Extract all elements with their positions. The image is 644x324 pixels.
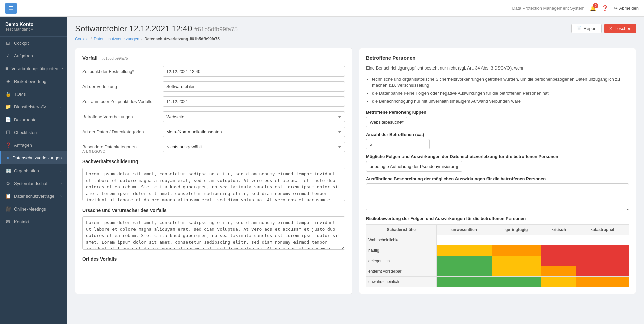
personengruppen-label: Betroffene Personengruppen: [366, 110, 629, 115]
matrix-cell: [541, 245, 576, 256]
matrix-cell: [436, 277, 492, 287]
hamburger-button[interactable]: ☰: [5, 3, 17, 14]
sidebar-item-datenschutzverletzungen[interactable]: ● Datenschutzverletzungen: [0, 151, 67, 164]
personengruppen-group: Betroffene Personengruppen Websitebesuch…: [366, 110, 629, 127]
systemlandschaft-icon: ⚙: [5, 181, 11, 186]
topbar: ☰ Data Protection Management System 🔔 2 …: [0, 0, 644, 17]
verarbeitungen-select[interactable]: Webseite: [163, 111, 345, 122]
matrix-cell: [576, 245, 629, 256]
dienstleister-icon: 📁: [5, 104, 11, 109]
page-actions: 📄 Report ✕ Löschen: [571, 24, 636, 33]
matrix-cell: [576, 266, 629, 277]
sidebar-item-dienstleister[interactable]: 📁 Dienstleister/-AV ›: [0, 100, 67, 113]
main-inner: Softwarefehler 12.12.2021 12:40 #61b5dfb…: [67, 17, 644, 301]
anzahl-label: Anzahl der Betroffenen (ca.): [366, 132, 629, 137]
delete-icon: ✕: [609, 26, 613, 31]
matrix-cell: [492, 266, 541, 277]
toms-icon: 🔒: [5, 91, 11, 97]
help-icon[interactable]: ❓: [602, 5, 608, 11]
notifications-icon[interactable]: 🔔 2: [590, 5, 596, 11]
breadcrumb-cockpit[interactable]: Cockpit: [75, 37, 89, 41]
matrix-header-unwesentlich: unwesentlich: [436, 225, 492, 235]
verarbeitungen-label: Betroffene Verarbeitungen: [82, 111, 156, 119]
zeitpunkt-input[interactable]: [163, 66, 345, 77]
art-input[interactable]: [163, 81, 345, 92]
matrix-row-label: Wahrscheinlichkeit: [366, 235, 437, 245]
folgen-select[interactable]: unbefugte Aufhebung der Pseudonymisierun…: [366, 161, 462, 172]
zeitraum-row: Zeitraum oder Zeitpunkt des Vorfalls: [82, 96, 345, 107]
zeitraum-input[interactable]: [163, 96, 345, 107]
anzahl-input[interactable]: [366, 139, 430, 149]
art-daten-group: Art der Daten / Datenkategorien Meta-/Ko…: [82, 127, 345, 137]
matrix-cell: [576, 235, 629, 245]
aufgaben-icon: ✓: [5, 53, 11, 58]
sachverhalt-wrapper: Lorem ipsum dolor sit amet, consetetur s…: [82, 168, 345, 202]
matrix-cell: [541, 266, 576, 277]
matrix-cell: [436, 256, 492, 266]
betroffene-personen-title: Betroffene Personen: [366, 55, 629, 61]
topbar-right: Data Protection Management System 🔔 2 ❓ …: [512, 5, 639, 11]
ausfuehrlich-label: Ausführliche Beschreibung der möglichen …: [366, 176, 629, 181]
sidebar: Demo Konto Test Mandant ▾ ⊞ Cockpit ✓ Au…: [0, 17, 67, 324]
chevron-icon: ›: [62, 66, 63, 71]
matrix-row: Wahrscheinlichkeit: [366, 235, 629, 245]
sidebar-item-online-meetings[interactable]: 🎥 Online-Meetings: [0, 202, 67, 215]
art-daten-label: Art der Daten / Datenkategorien: [82, 127, 156, 134]
main-content: Softwarefehler 12.12.2021 12:40 #61b5dfb…: [67, 17, 644, 324]
sachverhalt-label: Sachverhaltsschilderung: [82, 159, 345, 164]
breadcrumb-datenschutzverletzungen[interactable]: Datenschutzverletzungen: [94, 37, 139, 41]
sidebar-item-cockpit[interactable]: ⊞ Cockpit: [0, 37, 67, 49]
ursache-wrapper: Lorem ipsum dolor sit amet, consetetur s…: [82, 216, 345, 251]
report-button[interactable]: 📄 Report: [571, 24, 602, 33]
sidebar-item-datenschutzvertraege[interactable]: 📋 Datenschutzverträge ›: [0, 190, 67, 202]
page-header: Softwarefehler 12.12.2021 12:40 #61b5dfb…: [75, 24, 636, 33]
sidebar-item-verarbeitungstaetigkeiten[interactable]: ≡ Verarbeitungstätigkeiten ›: [0, 62, 67, 75]
matrix-cell: [436, 266, 492, 277]
report-icon: 📄: [576, 26, 582, 31]
matrix-row: häufig: [366, 245, 629, 256]
sachverhalt-textarea[interactable]: Lorem ipsum dolor sit amet, consetetur s…: [82, 168, 345, 201]
zeitraum-label: Zeitraum oder Zeitpunkt des Vorfalls: [82, 96, 156, 104]
layout: Demo Konto Test Mandant ▾ ⊞ Cockpit ✓ Au…: [0, 17, 644, 324]
sidebar-item-kontakt[interactable]: ✉ Kontakt: [0, 215, 67, 228]
folgen-group: Mögliche Folgen und Auswirkungen der Dat…: [366, 154, 629, 172]
personengruppen-select[interactable]: Websitebesucher: [366, 117, 407, 127]
matrix-header-row: Schadenshöhe unwesentlich geringfügig kr…: [366, 225, 629, 235]
datenschutzverletzungen-icon: ●: [6, 155, 9, 160]
betroffene-personen-card: Betroffene Personen Eine Benachrichtigun…: [359, 48, 636, 294]
checklisten-icon: ☑: [5, 130, 11, 135]
matrix-row-label: entfernt vorstellbar: [366, 266, 437, 277]
intro-text: Eine Benachrichtigungspflicht besteht nu…: [366, 65, 629, 72]
sidebar-item-risikobewertung[interactable]: ◈ Risikobewertung: [0, 75, 67, 88]
page-title: Softwarefehler 12.12.2021 12:40 #61b5dfb…: [75, 24, 238, 33]
sidebar-item-organisation[interactable]: 🏢 Organisation ›: [0, 164, 67, 177]
matrix-cell: [492, 277, 541, 287]
sidebar-item-aufgaben[interactable]: ✓ Aufgaben: [0, 49, 67, 62]
besondere-select[interactable]: Nichts ausgewählt: [163, 142, 345, 152]
ausfuehrlich-textarea[interactable]: [366, 183, 629, 210]
topbar-left: ☰: [5, 3, 17, 14]
matrix-cell: [492, 235, 541, 245]
art-daten-select[interactable]: Meta-/Kommunikationsdaten: [163, 127, 345, 137]
bullet-1: technische und organisatorische Sicherhe…: [372, 76, 629, 88]
datenschutzvertraege-icon: 📋: [5, 193, 11, 199]
sidebar-item-checklisten[interactable]: ☑ Checklisten: [0, 126, 67, 139]
matrix-header-kritisch: kritisch: [541, 225, 576, 235]
sidebar-item-systemlandschaft[interactable]: ⚙ Systemlandschaft ›: [0, 177, 67, 190]
art-label: Art der Verletzung: [82, 81, 156, 89]
matrix-cell: [436, 235, 492, 245]
matrix-cell: [541, 256, 576, 266]
sidebar-item-anfragen[interactable]: ❓ Anfragen: [0, 139, 67, 151]
matrix-cell: [576, 277, 629, 287]
ursache-textarea[interactable]: Lorem ipsum dolor sit amet, consetetur s…: [82, 216, 345, 250]
breadcrumb-current: Datenschutzverletzung #61b5dfb99fa75: [144, 37, 220, 41]
sidebar-item-dokumente[interactable]: 📄 Dokumente: [0, 113, 67, 126]
art-group: Art der Verletzung: [82, 81, 345, 92]
delete-button[interactable]: ✕ Löschen: [604, 24, 636, 33]
brand-sub[interactable]: Test Mandant ▾: [5, 27, 62, 32]
sidebar-item-toms[interactable]: 🔒 TOMs: [0, 88, 67, 100]
chevron-icon: ›: [60, 169, 62, 173]
online-meetings-icon: 🎥: [5, 206, 11, 212]
sidebar-brand: Demo Konto Test Mandant ▾: [0, 17, 67, 37]
abmelden-button[interactable]: ↪ Abmelden: [614, 6, 639, 11]
